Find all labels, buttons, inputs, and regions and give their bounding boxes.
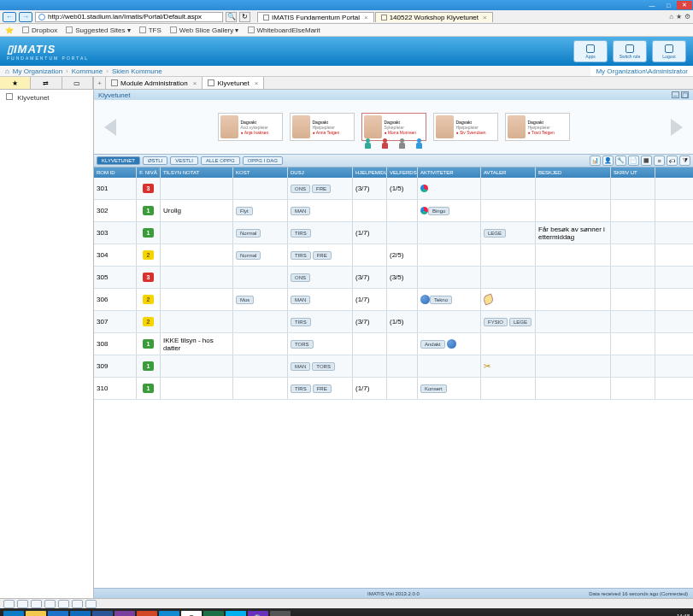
task-outlook[interactable]: O bbox=[70, 611, 91, 616]
column-header[interactable]: ROM ID bbox=[94, 167, 137, 178]
column-header[interactable]: BESKJED bbox=[536, 167, 611, 178]
home-icon[interactable]: ⌂ bbox=[5, 67, 9, 75]
filter-button[interactable]: VESTLI bbox=[170, 156, 198, 165]
minimize-button[interactable]: — bbox=[644, 1, 660, 9]
header-btn-logout[interactable]: Logout bbox=[652, 40, 686, 62]
home-icon[interactable]: ⌂ bbox=[669, 13, 673, 21]
left-tab[interactable]: ▭ bbox=[62, 77, 93, 89]
browser-tab[interactable]: IMATIS Fundamentum Portal× bbox=[257, 12, 374, 22]
header-btn-switch-role[interactable]: Switch role bbox=[613, 40, 647, 62]
task-word[interactable]: W bbox=[92, 611, 113, 616]
task-onenote[interactable]: N bbox=[115, 611, 135, 616]
left-tab[interactable]: ⇄ bbox=[31, 77, 62, 89]
maximize-button[interactable]: □ bbox=[661, 1, 676, 9]
table-row[interactable]: 3081IKKE tilsyn - hos datterTORSAndakt bbox=[94, 333, 693, 355]
table-row[interactable]: 3072TIRS(3/7)(1/5)FYSIOLEGE bbox=[94, 311, 693, 333]
column-header[interactable]: AKTIVITETER bbox=[418, 167, 481, 178]
role-icon[interactable] bbox=[397, 138, 408, 150]
table-row[interactable]: 3031NormalTIRS(1/7)LEGEFår besøk av sønn… bbox=[94, 222, 693, 244]
tab-klyvetunet[interactable]: Klyvetunet × bbox=[203, 77, 264, 89]
close-button[interactable]: ✕ bbox=[677, 1, 692, 9]
task-powerpoint[interactable]: P bbox=[137, 611, 157, 616]
column-header[interactable]: TILSYN NOTAT bbox=[161, 167, 233, 178]
header-btn-apps[interactable]: Apps bbox=[573, 40, 608, 62]
task-lync[interactable]: L bbox=[159, 611, 179, 616]
left-item-klyvetunet[interactable]: Klyvetunet bbox=[0, 90, 93, 105]
task-chrome[interactable]: ◯ bbox=[181, 611, 202, 616]
column-header[interactable]: KOST bbox=[233, 167, 288, 178]
minimize-panel-button[interactable]: – bbox=[672, 91, 679, 98]
column-header[interactable]: HJELPEMIDL. bbox=[353, 167, 387, 178]
tool-icon[interactable]: 📄 bbox=[628, 155, 639, 166]
task-app[interactable]: ▦ bbox=[270, 611, 291, 616]
settings-icon[interactable]: ⚙ bbox=[684, 13, 690, 21]
tool-icon[interactable]: 🔧 bbox=[615, 155, 626, 166]
bookmark-item[interactable]: Dropbox bbox=[22, 26, 57, 34]
task-skype[interactable]: S bbox=[226, 611, 246, 616]
status-icon[interactable] bbox=[85, 600, 97, 608]
back-button[interactable]: ← bbox=[3, 12, 16, 22]
funnel-icon[interactable]: ⧩ bbox=[679, 155, 690, 166]
staff-card[interactable]: DagvaktHjelpepleier● Siv Svendsen bbox=[433, 113, 498, 141]
role-icon[interactable] bbox=[380, 138, 391, 150]
role-icon[interactable] bbox=[363, 138, 373, 150]
status-icon[interactable] bbox=[44, 600, 56, 608]
address-bar[interactable]: http://web01.stadium.lan/Imatis/Portal/D… bbox=[35, 12, 223, 22]
table-row[interactable]: 3101TIRSFRE(1/7) Konsert bbox=[94, 378, 693, 400]
table-row[interactable]: 3091MANTORS✂ bbox=[94, 355, 693, 378]
carousel-next[interactable] bbox=[671, 119, 683, 136]
column-header[interactable]: AVTALER bbox=[481, 167, 536, 178]
bookmark-toggle[interactable]: ⭐ bbox=[5, 26, 14, 34]
crumb-org[interactable]: My Organization bbox=[13, 67, 62, 75]
close-icon[interactable]: × bbox=[193, 79, 197, 87]
table-row[interactable]: 3062MosMAN(1/7) Tekno bbox=[94, 289, 693, 311]
status-icon[interactable] bbox=[3, 600, 15, 608]
crumb-skien[interactable]: Skien Kommune bbox=[112, 67, 162, 75]
table-row[interactable]: 3053ONS(3/7)(3/5) bbox=[94, 267, 693, 289]
staff-card[interactable]: DagvaktHjelpepleier● Traci Teigen bbox=[505, 113, 570, 141]
task-explorer[interactable]: 📁 bbox=[26, 611, 46, 616]
left-tab[interactable]: ★ bbox=[0, 77, 31, 89]
status-icon[interactable] bbox=[17, 600, 28, 608]
column-header[interactable]: SKRIV UT bbox=[611, 167, 655, 178]
column-header[interactable]: VELFERDSTEK. bbox=[387, 167, 418, 178]
start-button[interactable]: ⊞ bbox=[3, 611, 24, 616]
filter-button[interactable]: ALLE OPPG bbox=[201, 156, 240, 165]
bookmark-item[interactable]: Suggested Sites ▾ bbox=[66, 26, 130, 34]
status-icon[interactable] bbox=[58, 600, 69, 608]
bookmark-item[interactable]: Web Slice Gallery ▾ bbox=[170, 26, 239, 34]
expand-panel-button[interactable]: ▢ bbox=[681, 91, 689, 98]
tool-icon[interactable]: ▦ bbox=[641, 155, 652, 166]
forward-button[interactable]: → bbox=[19, 12, 32, 22]
refresh-button[interactable]: ↻ bbox=[239, 12, 250, 22]
task-excel[interactable]: X bbox=[203, 611, 224, 616]
staff-card[interactable]: DagvaktSykepleier● Mona Momsen bbox=[361, 113, 426, 141]
add-tab-button[interactable]: + bbox=[94, 77, 106, 89]
column-header[interactable]: F. NIVÅ bbox=[137, 167, 161, 178]
search-button[interactable]: 🔍 bbox=[226, 12, 237, 22]
bookmark-item[interactable]: WhiteboardElseMarit bbox=[248, 26, 320, 34]
tool-icon[interactable]: 🏷 bbox=[667, 155, 678, 166]
tool-icon[interactable]: 📊 bbox=[590, 155, 601, 166]
crumb-kommune[interactable]: Kommune bbox=[72, 67, 103, 75]
table-row[interactable]: 3021UroligFlytMAN Bingo bbox=[94, 200, 693, 222]
tool-icon[interactable]: 👤 bbox=[602, 155, 614, 166]
filter-button[interactable]: KLYVETUNET bbox=[97, 156, 140, 165]
status-icon[interactable] bbox=[31, 600, 42, 608]
task-ie[interactable]: e bbox=[48, 611, 68, 616]
task-search[interactable]: 🔍 bbox=[248, 611, 268, 616]
staff-card[interactable]: DagvaktHjelpepleier● Anna Teigen bbox=[290, 113, 355, 141]
table-row[interactable]: 3042NormalTIRSFRE(2/5) bbox=[94, 244, 693, 267]
close-icon[interactable]: × bbox=[255, 79, 259, 87]
status-icon[interactable] bbox=[72, 600, 83, 608]
staff-card[interactable]: DagvaktAvd.sykepleier● Anja Isaksen bbox=[218, 113, 283, 141]
bookmark-item[interactable]: TFS bbox=[139, 26, 162, 34]
column-header[interactable]: DUSJ bbox=[288, 167, 353, 178]
role-icon[interactable] bbox=[414, 138, 425, 150]
tab-module-admin[interactable]: Module Administration × bbox=[106, 77, 203, 89]
table-row[interactable]: 3013ONSFRE(3/7)(1/5) bbox=[94, 178, 693, 200]
browser-tab[interactable]: 140522 Workshop Klyvetunet× bbox=[375, 12, 493, 22]
filter-button[interactable]: OPPG I DAG bbox=[243, 156, 283, 165]
tool-icon[interactable]: ≡ bbox=[654, 155, 665, 166]
filter-button[interactable]: ØSTLI bbox=[143, 156, 167, 165]
